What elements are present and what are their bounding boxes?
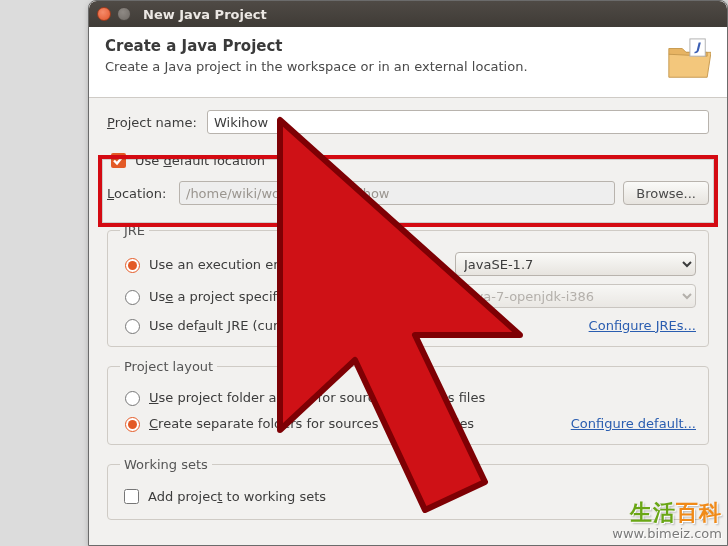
watermark-text-b: 百科 (676, 500, 722, 525)
jre-group: JRE Use an execution environment JRE: Ja… (107, 223, 709, 347)
location-path-input (179, 181, 615, 205)
layout-separate-radio[interactable] (125, 417, 140, 432)
jre-default-radio[interactable] (125, 319, 140, 334)
configure-jres-link[interactable]: Configure JREs... (589, 318, 696, 333)
project-name-label: Project name: (107, 115, 199, 130)
project-name-input[interactable] (207, 110, 709, 134)
add-to-working-sets-label: Add project to working sets (148, 489, 326, 504)
layout-root-row: Use project folder as root for sources a… (120, 384, 696, 410)
watermark: 生活百科 www.bimeiz.com (612, 500, 722, 542)
use-default-location-row: Use default location (107, 146, 709, 175)
jre-exec-env-row: Use an execution environment JRE: JavaSE… (120, 248, 696, 280)
watermark-url: www.bimeiz.com (612, 526, 722, 542)
project-layout-legend: Project layout (120, 359, 217, 374)
banner-heading: Create a Java Project (105, 37, 528, 55)
configure-default-link[interactable]: Configure default... (571, 416, 696, 431)
jre-default-row: Use default JRE (currently 'java-7-openj… (120, 312, 696, 338)
wizard-banner: Create a Java Project Create a Java proj… (89, 27, 727, 98)
jre-project-specific-row: Use a project specific JRE: java-7-openj… (120, 280, 696, 312)
jre-exec-env-select[interactable]: JavaSE-1.7 (455, 252, 696, 276)
window-title: New Java Project (143, 7, 267, 22)
layout-root-radio[interactable] (125, 391, 140, 406)
jre-exec-env-radio[interactable] (125, 258, 140, 273)
working-sets-legend: Working sets (120, 457, 212, 472)
dialog-content: Project name: Use default location Locat… (89, 98, 727, 520)
watermark-text-a: 生活 (630, 500, 676, 525)
project-layout-group: Project layout Use project folder as roo… (107, 359, 709, 445)
location-path-row: Location: Browse... (107, 181, 709, 205)
layout-separate-label: Create separate folders for sources and … (149, 416, 474, 431)
jre-project-specific-select: java-7-openjdk-i386 (455, 284, 696, 308)
project-name-row: Project name: (107, 110, 709, 134)
jre-exec-env-label: Use an execution environment JRE: (149, 257, 449, 272)
layout-separate-row: Create separate folders for sources and … (120, 410, 696, 436)
jre-project-specific-radio[interactable] (125, 290, 140, 305)
minimize-icon[interactable] (117, 7, 131, 21)
location-block: Use default location Location: Browse... (107, 144, 709, 211)
jre-project-specific-label: Use a project specific JRE: (149, 289, 449, 304)
close-icon[interactable] (97, 7, 111, 21)
location-path-label: Location: (107, 186, 171, 201)
banner-subtext: Create a Java project in the workspace o… (105, 59, 528, 74)
working-sets-add-row: Add project to working sets (120, 482, 696, 511)
use-default-location-checkbox[interactable] (111, 153, 126, 168)
layout-root-label: Use project folder as root for sources a… (149, 390, 485, 405)
browse-button[interactable]: Browse... (623, 181, 709, 205)
use-default-location-label: Use default location (135, 153, 265, 168)
add-to-working-sets-checkbox[interactable] (124, 489, 139, 504)
dialog-window: New Java Project Create a Java Project C… (88, 0, 728, 546)
jre-default-label: Use default JRE (currently 'java-7-openj… (149, 318, 462, 333)
titlebar: New Java Project (89, 1, 727, 27)
jre-legend: JRE (120, 223, 149, 238)
folder-java-icon: J (665, 37, 711, 83)
